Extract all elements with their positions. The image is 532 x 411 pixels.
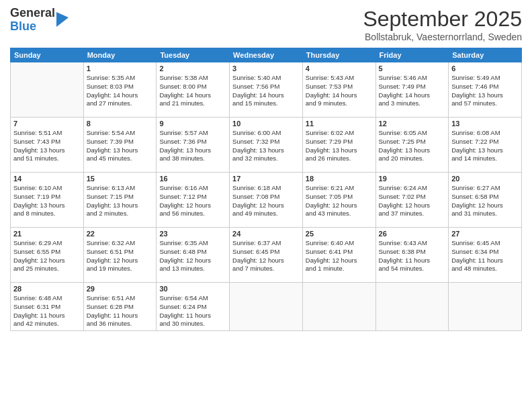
day-info: Sunrise: 6:29 AMSunset: 6:55 PMDaylight:… (13, 239, 81, 273)
calendar-cell: 24Sunrise: 6:37 AMSunset: 6:45 PMDayligh… (230, 228, 303, 283)
day-info: Sunrise: 5:43 AMSunset: 7:53 PMDaylight:… (306, 74, 373, 108)
day-info: Sunrise: 5:49 AMSunset: 7:46 PMDaylight:… (451, 74, 519, 108)
day-number: 7 (13, 120, 81, 128)
calendar-cell: 27Sunrise: 6:45 AMSunset: 6:34 PMDayligh… (449, 228, 522, 283)
logo-line1: General (10, 7, 55, 20)
day-number: 4 (306, 64, 373, 73)
day-number: 19 (379, 175, 446, 183)
calendar-cell (230, 283, 303, 331)
day-number: 25 (306, 230, 373, 238)
day-number: 3 (232, 64, 300, 73)
calendar-cell: 19Sunrise: 6:24 AMSunset: 7:02 PMDayligh… (375, 173, 449, 228)
header-thursday: Thursday (302, 48, 375, 62)
day-info: Sunrise: 6:37 AMSunset: 6:45 PMDaylight:… (232, 239, 300, 273)
logo-icon (56, 12, 69, 27)
calendar-cell: 8Sunrise: 5:54 AMSunset: 7:39 PMDaylight… (83, 118, 157, 173)
day-info: Sunrise: 6:13 AMSunset: 7:15 PMDaylight:… (87, 184, 154, 218)
day-info: Sunrise: 5:46 AMSunset: 7:49 PMDaylight:… (379, 74, 446, 108)
day-number: 8 (87, 120, 154, 128)
day-info: Sunrise: 6:24 AMSunset: 7:02 PMDaylight:… (379, 184, 446, 218)
header-sunday: Sunday (11, 48, 84, 62)
svg-marker-0 (56, 12, 69, 27)
day-info: Sunrise: 5:40 AMSunset: 7:56 PMDaylight:… (232, 74, 300, 108)
calendar-cell: 18Sunrise: 6:21 AMSunset: 7:05 PMDayligh… (302, 173, 375, 228)
day-info: Sunrise: 6:40 AMSunset: 6:41 PMDaylight:… (306, 239, 373, 273)
calendar-cell (302, 283, 375, 331)
header-saturday: Saturday (449, 48, 522, 62)
day-number: 30 (159, 285, 226, 293)
day-info: Sunrise: 5:57 AMSunset: 7:36 PMDaylight:… (159, 129, 226, 163)
day-info: Sunrise: 6:48 AMSunset: 6:31 PMDaylight:… (13, 294, 81, 328)
page: General Blue September 2025 Bollstabruk,… (0, 0, 532, 411)
day-number: 22 (87, 230, 154, 238)
day-info: Sunrise: 6:21 AMSunset: 7:05 PMDaylight:… (306, 184, 373, 218)
day-number: 2 (159, 64, 226, 73)
day-info: Sunrise: 6:05 AMSunset: 7:25 PMDaylight:… (379, 129, 446, 163)
calendar-cell: 2Sunrise: 5:38 AMSunset: 8:00 PMDaylight… (157, 62, 230, 118)
calendar-cell: 1Sunrise: 5:35 AMSunset: 8:03 PMDaylight… (83, 62, 157, 118)
calendar-cell: 30Sunrise: 6:54 AMSunset: 6:24 PMDayligh… (157, 283, 230, 331)
calendar-cell: 3Sunrise: 5:40 AMSunset: 7:56 PMDaylight… (230, 62, 303, 118)
calendar-cell: 20Sunrise: 6:27 AMSunset: 6:58 PMDayligh… (449, 173, 522, 228)
header-wednesday: Wednesday (230, 48, 303, 62)
day-number: 18 (306, 175, 373, 183)
calendar-cell: 28Sunrise: 6:48 AMSunset: 6:31 PMDayligh… (11, 283, 84, 331)
calendar-cell: 9Sunrise: 5:57 AMSunset: 7:36 PMDaylight… (157, 118, 230, 173)
day-number: 20 (451, 175, 519, 183)
day-number: 11 (306, 120, 373, 128)
day-info: Sunrise: 5:54 AMSunset: 7:39 PMDaylight:… (87, 129, 154, 163)
day-number: 1 (87, 64, 154, 73)
calendar-week-2: 7Sunrise: 5:51 AMSunset: 7:43 PMDaylight… (11, 118, 522, 173)
day-number: 16 (159, 175, 226, 183)
day-number: 24 (232, 230, 300, 238)
day-number: 23 (159, 230, 226, 238)
day-number: 29 (87, 285, 154, 293)
day-info: Sunrise: 6:43 AMSunset: 6:38 PMDaylight:… (379, 239, 446, 273)
header-monday: Monday (83, 48, 157, 62)
day-info: Sunrise: 6:08 AMSunset: 7:22 PMDaylight:… (451, 129, 519, 163)
calendar-cell: 10Sunrise: 6:00 AMSunset: 7:32 PMDayligh… (230, 118, 303, 173)
calendar-cell: 7Sunrise: 5:51 AMSunset: 7:43 PMDaylight… (11, 118, 84, 173)
day-number: 6 (451, 64, 519, 73)
header-tuesday: Tuesday (157, 48, 230, 62)
calendar-cell: 25Sunrise: 6:40 AMSunset: 6:41 PMDayligh… (302, 228, 375, 283)
calendar-cell: 21Sunrise: 6:29 AMSunset: 6:55 PMDayligh… (11, 228, 84, 283)
calendar-table: Sunday Monday Tuesday Wednesday Thursday… (10, 48, 522, 331)
day-info: Sunrise: 6:10 AMSunset: 7:19 PMDaylight:… (13, 184, 81, 218)
day-info: Sunrise: 6:51 AMSunset: 6:28 PMDaylight:… (87, 294, 154, 328)
day-info: Sunrise: 6:18 AMSunset: 7:08 PMDaylight:… (232, 184, 300, 218)
calendar-week-3: 14Sunrise: 6:10 AMSunset: 7:19 PMDayligh… (11, 173, 522, 228)
calendar-cell: 12Sunrise: 6:05 AMSunset: 7:25 PMDayligh… (375, 118, 449, 173)
calendar-cell: 23Sunrise: 6:35 AMSunset: 6:48 PMDayligh… (157, 228, 230, 283)
calendar-cell: 11Sunrise: 6:02 AMSunset: 7:29 PMDayligh… (302, 118, 375, 173)
day-number: 17 (232, 175, 300, 183)
logo: General Blue (10, 7, 69, 34)
calendar-cell (375, 283, 449, 331)
calendar-cell: 26Sunrise: 6:43 AMSunset: 6:38 PMDayligh… (375, 228, 449, 283)
calendar-cell: 5Sunrise: 5:46 AMSunset: 7:49 PMDaylight… (375, 62, 449, 118)
calendar-cell: 16Sunrise: 6:16 AMSunset: 7:12 PMDayligh… (157, 173, 230, 228)
calendar-cell: 15Sunrise: 6:13 AMSunset: 7:15 PMDayligh… (83, 173, 157, 228)
day-number: 21 (13, 230, 81, 238)
day-info: Sunrise: 5:38 AMSunset: 8:00 PMDaylight:… (159, 74, 226, 108)
header: General Blue September 2025 Bollstabruk,… (10, 7, 522, 42)
location: Bollstabruk, Vaesternorrland, Sweden (363, 32, 522, 42)
day-number: 13 (451, 120, 519, 128)
month-title: September 2025 (363, 7, 522, 32)
calendar-cell: 4Sunrise: 5:43 AMSunset: 7:53 PMDaylight… (302, 62, 375, 118)
calendar-cell: 6Sunrise: 5:49 AMSunset: 7:46 PMDaylight… (449, 62, 522, 118)
day-info: Sunrise: 6:02 AMSunset: 7:29 PMDaylight:… (306, 129, 373, 163)
calendar-cell (11, 62, 84, 118)
day-number: 15 (87, 175, 154, 183)
day-number: 14 (13, 175, 81, 183)
calendar-cell: 22Sunrise: 6:32 AMSunset: 6:51 PMDayligh… (83, 228, 157, 283)
day-number: 27 (451, 230, 519, 238)
day-number: 5 (379, 64, 446, 73)
day-number: 26 (379, 230, 446, 238)
calendar-week-5: 28Sunrise: 6:48 AMSunset: 6:31 PMDayligh… (11, 283, 522, 331)
day-info: Sunrise: 6:54 AMSunset: 6:24 PMDaylight:… (159, 294, 226, 328)
calendar-cell: 29Sunrise: 6:51 AMSunset: 6:28 PMDayligh… (83, 283, 157, 331)
day-info: Sunrise: 6:27 AMSunset: 6:58 PMDaylight:… (451, 184, 519, 218)
logo-text: General Blue (10, 7, 55, 34)
day-number: 12 (379, 120, 446, 128)
